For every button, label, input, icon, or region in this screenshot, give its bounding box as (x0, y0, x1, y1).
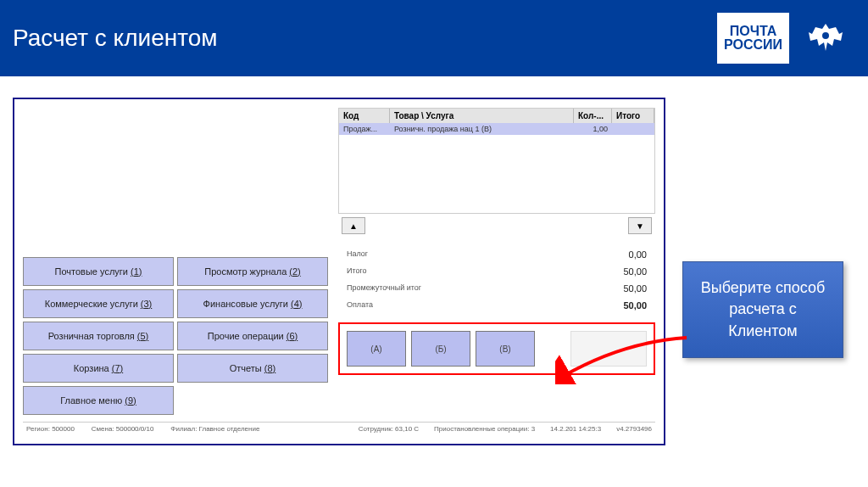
status-branch: Филиал: Главное отделение (170, 425, 259, 433)
eagle-icon (805, 20, 846, 56)
arrow-pointer-icon (555, 333, 691, 384)
summary-payment: Оплата50,00 (338, 297, 655, 314)
payment-button-b[interactable]: (Б) (411, 331, 470, 367)
menu-main[interactable]: Главное меню(9) (23, 386, 174, 415)
page-title: Расчет с клиентом (13, 25, 218, 52)
menu-panel: Почтовые услуги(1) Просмотр журнала(2) К… (23, 108, 328, 422)
status-region: Регион: 500000 (26, 425, 75, 433)
slide-header: Расчет с клиентом ПОЧТА РОССИИ (0, 0, 868, 76)
payment-button-c[interactable]: (В) (476, 331, 535, 367)
menu-postal-services[interactable]: Почтовые услуги(1) (23, 257, 174, 286)
arrow-up-icon: ▲ (349, 221, 358, 231)
menu-reports[interactable]: Отчеты(8) (177, 354, 328, 383)
table-header: Код Товар \ Услуга Кол-... Итого (339, 109, 654, 123)
arrow-down-icon: ▼ (636, 221, 644, 231)
status-employee: Сотрудник: 63,10 С (359, 425, 419, 433)
menu-commercial-services[interactable]: Коммерческие услуги(3) (23, 289, 174, 318)
status-bar: Регион: 500000 Смена: 500000/0/10 Филиал… (23, 422, 655, 435)
status-datetime: 14.2.201 14:25:3 (550, 425, 601, 433)
payment-button-a[interactable]: (A) (347, 331, 406, 367)
status-paused: Приостановленные операции: 3 (434, 425, 535, 433)
scroll-controls: ▲ ▼ (338, 216, 655, 236)
menu-view-journal[interactable]: Просмотр журнала(2) (177, 257, 328, 286)
menu-retail[interactable]: Розничная торговля(5) (23, 322, 174, 350)
menu-cart[interactable]: Корзина(7) (23, 354, 174, 383)
pos-app-window: Почтовые услуги(1) Просмотр журнала(2) К… (13, 98, 665, 445)
summary-tax: Налог0,00 (338, 246, 655, 263)
col-qty: Кол-... (574, 109, 612, 123)
menu-financial-services[interactable]: Финансовые услуги(4) (177, 289, 328, 318)
scroll-down-button[interactable]: ▼ (628, 217, 652, 234)
main-content: Почтовые услуги(1) Просмотр журнала(2) К… (0, 76, 868, 467)
menu-other-operations[interactable]: Прочие операции(6) (177, 322, 328, 350)
status-version: v4.2793496 (616, 425, 652, 433)
instruction-callout: Выберите способ расчета с Клиентом (682, 261, 843, 358)
scroll-up-button[interactable]: ▲ (342, 217, 365, 234)
items-table: Код Товар \ Услуга Кол-... Итого Продаж.… (338, 108, 655, 214)
col-total: Итого (612, 109, 654, 123)
col-item: Товар \ Услуга (390, 109, 574, 123)
logo-pochta-rossii: ПОЧТА РОССИИ (717, 13, 789, 64)
callout-text: Выберите способ расчета с Клиентом (682, 261, 843, 358)
summary-subtotal: Промежуточный итог50,00 (338, 280, 655, 297)
logo-eagle-emblem (796, 13, 855, 64)
summary-total: Итого50,00 (338, 263, 655, 280)
summary-block: Налог0,00 Итого50,00 Промежуточный итог5… (338, 246, 655, 314)
table-row[interactable]: Продаж... Розничн. продажа нац 1 (В) 1,0… (339, 123, 654, 135)
logo-group: ПОЧТА РОССИИ (717, 13, 855, 64)
col-code: Код (339, 109, 390, 123)
status-shift: Смена: 500000/0/10 (92, 425, 154, 433)
